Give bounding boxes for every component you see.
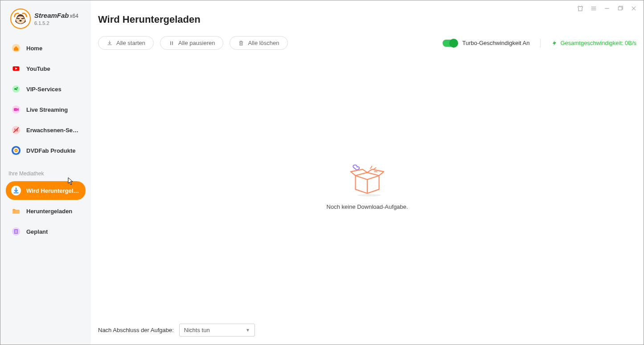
sidebar-item-youtube[interactable]: YouTube (6, 59, 86, 78)
window-controls (577, 5, 637, 12)
sidebar-item-scheduled[interactable]: Geplant (6, 222, 86, 241)
bolt-icon (551, 40, 558, 46)
svg-point-6 (16, 87, 18, 89)
home-icon (11, 43, 21, 53)
footer-label: Nach Abschluss der Aufgabe: (98, 327, 174, 333)
svg-rect-16 (13, 210, 20, 214)
divider (540, 39, 541, 48)
sidebar-item-label: DVDFab Produkte (26, 147, 76, 154)
app-logo-block: StreamFabx64 6.1.5.2 (0, 8, 91, 38)
footer: Nach Abschluss der Aufgabe: Nichts tun ▼ (91, 324, 644, 345)
sidebar: StreamFabx64 6.1.5.2 Home YouTube (0, 0, 91, 345)
sidebar-item-label: Wird Heruntergeladen (26, 187, 80, 194)
svg-point-1 (16, 16, 25, 24)
pause-icon (168, 40, 175, 46)
sidebar-section-label: Ihre Mediathek (0, 161, 91, 180)
turbo-label: Turbo-Geschwindigkeit An (462, 40, 529, 46)
button-label: Alle starten (116, 40, 145, 46)
sidebar-item-dvdfab[interactable]: DVDFab Produkte (6, 141, 86, 160)
main-nav: Home YouTube VIP-Services Live Streaming (0, 38, 91, 161)
speed-label: Gesamtgeschwindigkeit: 0B/s (560, 40, 636, 46)
toolbar: Alle starten Alle pausieren Alle löschen… (91, 25, 644, 50)
sidebar-item-label: Heruntergeladen (26, 208, 72, 215)
sidebar-item-home[interactable]: Home (6, 39, 86, 57)
sidebar-item-adult[interactable]: 18 Erwachsenen-Servi... (6, 121, 86, 139)
total-speed: Gesamtgeschwindigkeit: 0B/s (551, 40, 636, 46)
dvdfab-icon (11, 146, 21, 155)
main-content: Wird Heruntergeladen Alle starten Alle p… (91, 0, 644, 345)
menu-icon[interactable] (590, 5, 597, 12)
svg-rect-26 (618, 7, 622, 10)
start-all-button[interactable]: Alle starten (98, 36, 154, 50)
sidebar-item-label: YouTube (26, 65, 50, 72)
vip-icon (11, 84, 21, 94)
schedule-icon (11, 227, 21, 236)
app-name: StreamFab (34, 12, 69, 19)
sidebar-item-label: VIP-Services (26, 86, 62, 93)
empty-state: Noch keine Download-Aufgabe. (91, 50, 644, 324)
close-icon[interactable] (630, 5, 637, 12)
trash-icon (238, 40, 244, 46)
youtube-icon (11, 64, 21, 73)
svg-rect-29 (170, 41, 171, 45)
svg-point-15 (16, 150, 17, 151)
download-icon (107, 40, 113, 46)
sidebar-item-downloading[interactable]: Wird Heruntergeladen (6, 181, 86, 200)
app-logo-icon (10, 8, 31, 29)
delete-all-button[interactable]: Alle löschen (230, 36, 287, 50)
svg-rect-8 (14, 108, 17, 111)
turbo-toggle-wrap: Turbo-Geschwindigkeit An (443, 40, 529, 47)
minimize-icon[interactable] (603, 5, 611, 12)
empty-text: Noch keine Download-Aufgabe. (327, 203, 408, 210)
svg-rect-30 (172, 41, 173, 45)
sidebar-item-downloaded[interactable]: Heruntergeladen (6, 202, 86, 220)
button-label: Alle pausieren (178, 40, 215, 46)
button-label: Alle löschen (248, 40, 279, 46)
app-arch: x64 (70, 13, 78, 19)
library-nav: Wird Heruntergeladen Heruntergeladen Gep… (0, 180, 91, 242)
svg-point-2 (19, 20, 21, 22)
app-version: 6.1.5.2 (34, 20, 78, 26)
empty-box-icon (347, 164, 387, 197)
sidebar-item-live[interactable]: Live Streaming (6, 100, 86, 119)
adult-icon: 18 (11, 125, 21, 135)
sidebar-item-label: Live Streaming (26, 106, 68, 113)
live-icon (11, 105, 21, 114)
chevron-down-icon: ▼ (246, 328, 250, 333)
after-complete-select[interactable]: Nichts tun ▼ (179, 324, 255, 337)
sidebar-item-vip[interactable]: VIP-Services (6, 80, 86, 98)
sidebar-item-label: Home (26, 45, 42, 52)
tshirt-icon[interactable] (577, 5, 584, 12)
page-title: Wird Heruntergeladen (91, 0, 644, 25)
folder-icon (11, 206, 21, 216)
turbo-toggle[interactable] (443, 40, 458, 47)
download-icon (11, 186, 21, 195)
select-value: Nichts tun (184, 327, 210, 333)
pause-all-button[interactable]: Alle pausieren (160, 36, 223, 50)
maximize-icon[interactable] (617, 5, 624, 12)
sidebar-item-label: Geplant (26, 228, 48, 235)
sidebar-item-label: Erwachsenen-Servi... (26, 127, 80, 134)
svg-point-31 (357, 194, 381, 196)
